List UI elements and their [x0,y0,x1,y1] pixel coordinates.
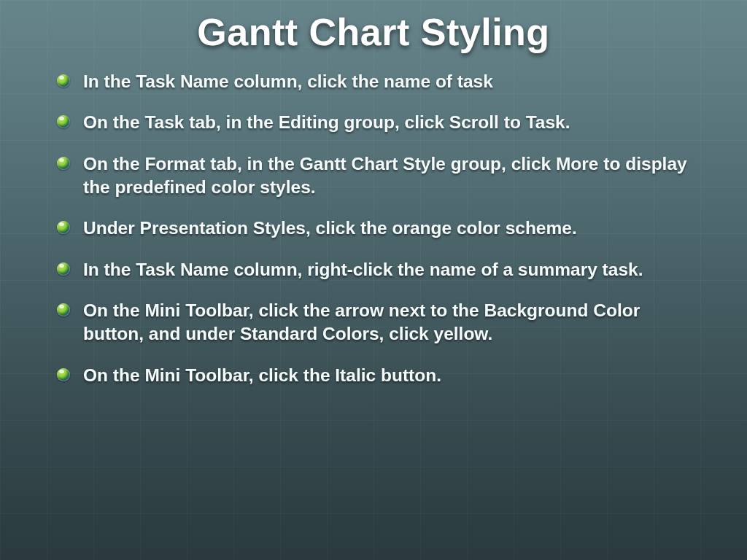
list-item: In the Task Name column, click the name … [57,70,703,93]
list-item-text: On the Mini Toolbar, click the Italic bu… [83,365,441,385]
list-item: On the Format tab, in the Gantt Chart St… [57,152,703,200]
slide-title: Gantt Chart Styling [36,10,711,54]
bullet-list: In the Task Name column, click the name … [36,70,711,387]
globe-bullet-icon [57,303,70,316]
list-item: On the Task tab, in the Editing group, c… [57,111,703,134]
slide: Gantt Chart Styling In the Task Name col… [0,0,747,560]
globe-bullet-icon [57,262,70,276]
list-item-text: On the Task tab, in the Editing group, c… [83,112,570,132]
list-item-text: Under Presentation Styles, click the ora… [83,218,577,238]
list-item-text: In the Task Name column, click the name … [83,71,493,91]
list-item-text: On the Mini Toolbar, click the arrow nex… [83,300,640,343]
list-item: Under Presentation Styles, click the ora… [57,217,703,240]
list-item: On the Mini Toolbar, click the arrow nex… [57,299,703,346]
list-item-text: In the Task Name column, right-click the… [83,260,643,279]
list-item: On the Mini Toolbar, click the Italic bu… [57,364,703,387]
globe-bullet-icon [57,221,70,234]
globe-bullet-icon [57,115,70,128]
globe-bullet-icon [57,368,70,381]
globe-bullet-icon [57,157,70,170]
globe-bullet-icon [57,74,70,88]
list-item-text: On the Format tab, in the Gantt Chart St… [83,154,687,197]
list-item: In the Task Name column, right-click the… [57,258,703,281]
